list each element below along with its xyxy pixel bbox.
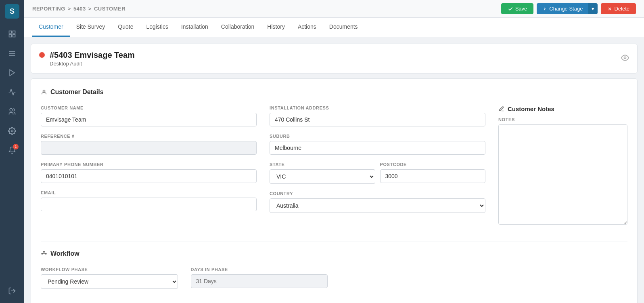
tabs-bar: Customer Site Survey Quote Logistics Ins…	[24, 18, 644, 37]
workflow-phase-group: WORKFLOW PHASE Pending Review In Progres…	[41, 267, 178, 289]
reference-label: REFERENCE #	[41, 134, 257, 139]
breadcrumb-id[interactable]: 5403	[73, 6, 86, 12]
topbar: REPORTING > 5403 > CUSTOMER Save Change …	[24, 0, 644, 18]
workflow-icon	[41, 250, 47, 257]
notes-icon	[498, 106, 504, 112]
installation-address-input[interactable]	[270, 113, 485, 126]
state-postcode-row: STATE VIC NSW QLD SA WA TAS ACT NT	[270, 162, 485, 191]
customer-details-title: Customer Details	[41, 88, 627, 96]
tab-installation[interactable]: Installation	[175, 18, 215, 37]
svg-marker-7	[10, 70, 15, 76]
tab-history[interactable]: History	[261, 18, 291, 37]
main-area: REPORTING > 5403 > CUSTOMER Save Change …	[24, 0, 644, 303]
sidebar-item-play[interactable]	[4, 65, 20, 81]
sidebar-item-settings[interactable]	[4, 123, 20, 139]
customer-notes-title: Customer Notes	[498, 105, 627, 112]
phone-input[interactable]	[41, 169, 257, 183]
days-in-phase-group: DAYS IN PHASE	[191, 267, 328, 288]
visibility-icon[interactable]	[621, 54, 629, 64]
email-input[interactable]	[41, 198, 257, 211]
days-in-phase-label: DAYS IN PHASE	[191, 267, 328, 272]
country-group: COUNTRY Australia New Zealand United Sta…	[270, 191, 485, 213]
tab-logistics[interactable]: Logistics	[140, 18, 174, 37]
postcode-group: POSTCODE	[380, 162, 486, 184]
tab-quote[interactable]: Quote	[111, 18, 140, 37]
installation-address-group: INSTALLATION ADDRESS	[270, 105, 485, 126]
customer-details-card: Customer Details CUSTOMER NAME REFERENCE…	[31, 78, 638, 303]
workflow-phase-label: WORKFLOW PHASE	[41, 267, 178, 272]
suburb-group: SUBURB	[270, 134, 485, 155]
sidebar-item-notifications[interactable]	[4, 142, 20, 158]
save-icon	[508, 6, 513, 12]
workflow-spacer	[341, 267, 478, 296]
sidebar-item-logout[interactable]	[4, 283, 20, 299]
customer-name-input[interactable]	[41, 113, 257, 126]
project-header-card: #5403 Emvisage Team Desktop Audit	[31, 44, 638, 74]
customer-fields-col: CUSTOMER NAME REFERENCE # PRIMARY PHONE …	[41, 105, 257, 234]
phone-group: PRIMARY PHONE NUMBER	[41, 162, 257, 183]
sidebar-item-dashboard[interactable]	[4, 26, 20, 42]
tab-customer[interactable]: Customer	[32, 18, 70, 37]
postcode-input[interactable]	[380, 169, 486, 183]
workflow-phase-col: WORKFLOW PHASE Pending Review In Progres…	[41, 267, 178, 296]
svg-point-16	[45, 253, 46, 255]
svg-rect-3	[13, 35, 15, 37]
tab-collaboration[interactable]: Collaboration	[215, 18, 261, 37]
customer-name-group: CUSTOMER NAME	[41, 105, 257, 126]
breadcrumb-section: CUSTOMER	[94, 6, 125, 12]
suburb-label: SUBURB	[270, 134, 485, 139]
reference-input[interactable]	[41, 141, 257, 155]
sidebar-item-list[interactable]	[4, 45, 20, 61]
change-stage-dropdown-button[interactable]: ▾	[588, 3, 598, 14]
svg-rect-0	[9, 31, 12, 34]
email-label: EMAIL	[41, 190, 257, 195]
breadcrumb-sep2: >	[88, 6, 92, 12]
project-subtitle: Desktop Audit	[50, 61, 135, 67]
project-title-area: #5403 Emvisage Team Desktop Audit	[39, 50, 135, 67]
content-area: #5403 Emvisage Team Desktop Audit Custom…	[24, 37, 644, 303]
svg-rect-1	[13, 31, 15, 34]
tab-actions[interactable]: Actions	[291, 18, 323, 37]
svg-point-15	[42, 253, 43, 255]
workflow-phase-select[interactable]: Pending Review In Progress Completed On …	[41, 274, 178, 289]
sidebar-item-chart[interactable]	[4, 84, 20, 100]
sidebar-item-users[interactable]	[4, 103, 20, 120]
delete-icon	[607, 6, 612, 11]
country-label: COUNTRY	[270, 191, 485, 196]
change-stage-button[interactable]: Change Stage	[537, 3, 588, 14]
change-stage-button-wrapper: Change Stage ▾	[537, 3, 598, 14]
topbar-actions: Save Change Stage ▾ Delete	[501, 3, 636, 14]
status-dot	[39, 52, 45, 58]
svg-point-14	[43, 90, 45, 92]
notes-textarea[interactable]	[498, 124, 627, 225]
postcode-label: POSTCODE	[380, 162, 486, 167]
project-title: #5403 Emvisage Team	[50, 50, 135, 60]
svg-point-13	[624, 57, 626, 59]
customer-details-icon	[41, 89, 47, 95]
country-select[interactable]: Australia New Zealand United States Unit…	[270, 198, 485, 213]
tab-site-survey[interactable]: Site Survey	[70, 18, 112, 37]
suburb-input[interactable]	[270, 141, 485, 155]
days-in-phase-col: DAYS IN PHASE	[191, 267, 328, 296]
state-group: STATE VIC NSW QLD SA WA TAS ACT NT	[270, 162, 375, 184]
form-layout: CUSTOMER NAME REFERENCE # PRIMARY PHONE …	[41, 105, 627, 234]
delete-button[interactable]: Delete	[601, 3, 636, 14]
save-button[interactable]: Save	[501, 3, 534, 14]
project-info: #5403 Emvisage Team Desktop Audit	[50, 50, 135, 67]
days-in-phase-input	[191, 274, 328, 288]
breadcrumb-sep1: >	[68, 6, 71, 12]
tab-documents[interactable]: Documents	[323, 18, 364, 37]
workflow-spacer2	[491, 267, 628, 296]
workflow-layout: WORKFLOW PHASE Pending Review In Progres…	[41, 267, 627, 296]
email-group: EMAIL	[41, 190, 257, 211]
installation-address-label: INSTALLATION ADDRESS	[270, 105, 485, 110]
breadcrumb-reporting[interactable]: REPORTING	[32, 6, 65, 12]
phone-label: PRIMARY PHONE NUMBER	[41, 162, 257, 167]
notes-label: NOTES	[498, 117, 627, 122]
section-divider	[41, 242, 627, 242]
workflow-title: Workflow	[41, 250, 627, 257]
sidebar-logo[interactable]: S	[5, 4, 19, 19]
address-fields-col: INSTALLATION ADDRESS SUBURB STATE VIC	[270, 105, 485, 234]
project-header: #5403 Emvisage Team Desktop Audit	[31, 44, 637, 73]
state-select[interactable]: VIC NSW QLD SA WA TAS ACT NT	[270, 169, 375, 184]
